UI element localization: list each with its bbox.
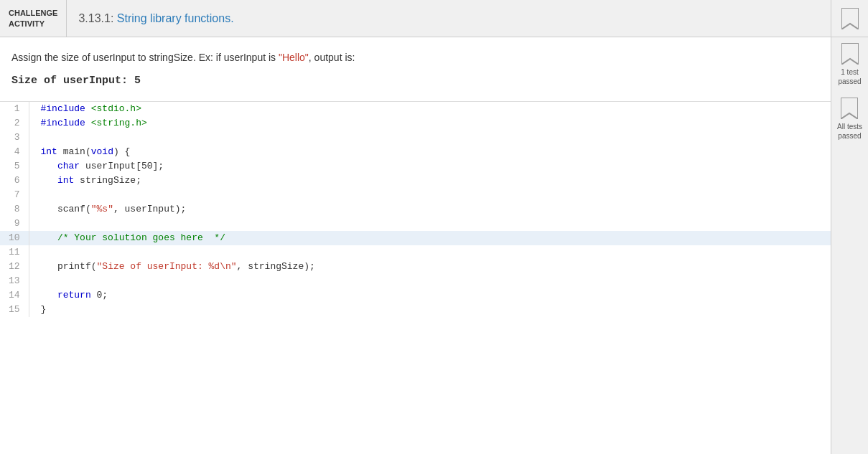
- line-code-11[interactable]: [29, 245, 831, 260]
- line-number-3: 3: [0, 131, 29, 145]
- center-panel: Assign the size of userInput to stringSi…: [0, 37, 831, 454]
- description-text: Assign the size of userInput to stringSi…: [11, 52, 819, 63]
- description-area: Assign the size of userInput to stringSi…: [0, 37, 831, 94]
- test2-bookmark-icon: [841, 98, 858, 119]
- line-number-14: 14: [0, 288, 29, 303]
- string-value: "Hello": [279, 52, 309, 63]
- line-code-2[interactable]: #include <string.h>: [29, 116, 831, 131]
- code-line-11: 11: [0, 245, 831, 260]
- line-code-8[interactable]: scanf("%s", userInput);: [29, 202, 831, 217]
- code-line-6: 6 int stringSize;: [0, 174, 831, 188]
- line-number-7: 7: [0, 188, 29, 202]
- bookmark-icon-top[interactable]: [831, 0, 868, 37]
- line-code-4[interactable]: int main(void) {: [29, 145, 831, 159]
- challenge-label: CHALLENGE ACTIVITY: [0, 0, 67, 37]
- line-number-9: 9: [0, 217, 29, 231]
- line-number-8: 8: [0, 202, 29, 217]
- main-content: Assign the size of userInput to stringSi…: [0, 37, 868, 454]
- code-line-1: 1#include <stdio.h>: [0, 102, 831, 116]
- line-code-14[interactable]: return 0;: [29, 288, 831, 303]
- line-code-1[interactable]: #include <stdio.h>: [29, 102, 831, 116]
- line-number-5: 5: [0, 159, 29, 174]
- right-panel: 1 test passed All tests passed: [831, 37, 868, 454]
- header: CHALLENGE ACTIVITY 3.13.1: String librar…: [0, 0, 868, 37]
- code-line-3: 3: [0, 131, 831, 145]
- line-number-2: 2: [0, 116, 29, 131]
- code-line-8: 8 scanf("%s", userInput);: [0, 202, 831, 217]
- test1-label: 1 test passed: [838, 67, 861, 86]
- test2-label: All tests passed: [837, 122, 862, 141]
- test1-bookmark-icon: [841, 43, 859, 65]
- challenge-label-line1: CHALLENGE: [9, 8, 57, 18]
- test2-badge: All tests passed: [837, 98, 862, 141]
- bookmark-svg-top: [841, 8, 859, 29]
- line-code-10[interactable]: /* Your solution goes here */: [29, 231, 831, 245]
- code-editor[interactable]: 1#include <stdio.h>2#include <string.h>3…: [0, 101, 831, 454]
- line-code-5[interactable]: char userInput[50];: [29, 159, 831, 174]
- header-title: 3.13.1: String library functions.: [67, 12, 831, 25]
- code-line-13: 13: [0, 274, 831, 288]
- line-code-12[interactable]: printf("Size of userInput: %d\n", string…: [29, 260, 831, 274]
- line-number-13: 13: [0, 274, 29, 288]
- line-code-13[interactable]: [29, 274, 831, 288]
- test1-badge: 1 test passed: [838, 43, 861, 86]
- line-number-1: 1: [0, 102, 29, 116]
- svg-marker-1: [841, 43, 859, 65]
- code-table: 1#include <stdio.h>2#include <string.h>3…: [0, 102, 831, 317]
- code-line-15: 15}: [0, 303, 831, 317]
- line-number-12: 12: [0, 260, 29, 274]
- line-number-10: 10: [0, 231, 29, 245]
- code-line-7: 7: [0, 188, 831, 202]
- code-line-4: 4int main(void) {: [0, 145, 831, 159]
- code-line-12: 12 printf("Size of userInput: %d\n", str…: [0, 260, 831, 274]
- line-code-15[interactable]: }: [29, 303, 831, 317]
- code-line-10: 10 /* Your solution goes here */: [0, 231, 831, 245]
- title-number: 3.13.1:: [78, 12, 113, 24]
- output-example: Size of userInput: 5: [11, 75, 819, 87]
- code-line-14: 14 return 0;: [0, 288, 831, 303]
- line-code-3[interactable]: [29, 131, 831, 145]
- code-line-9: 9: [0, 217, 831, 231]
- code-line-5: 5 char userInput[50];: [0, 159, 831, 174]
- line-number-11: 11: [0, 245, 29, 260]
- line-number-6: 6: [0, 174, 29, 188]
- line-code-7[interactable]: [29, 188, 831, 202]
- line-code-9[interactable]: [29, 217, 831, 231]
- line-number-15: 15: [0, 303, 29, 317]
- line-number-4: 4: [0, 145, 29, 159]
- code-line-2: 2#include <string.h>: [0, 116, 831, 131]
- line-code-6[interactable]: int stringSize;: [29, 174, 831, 188]
- svg-marker-0: [841, 8, 859, 29]
- challenge-label-line2: ACTIVITY: [9, 19, 57, 29]
- svg-marker-2: [841, 98, 858, 119]
- title-text: String library functions.: [117, 12, 234, 24]
